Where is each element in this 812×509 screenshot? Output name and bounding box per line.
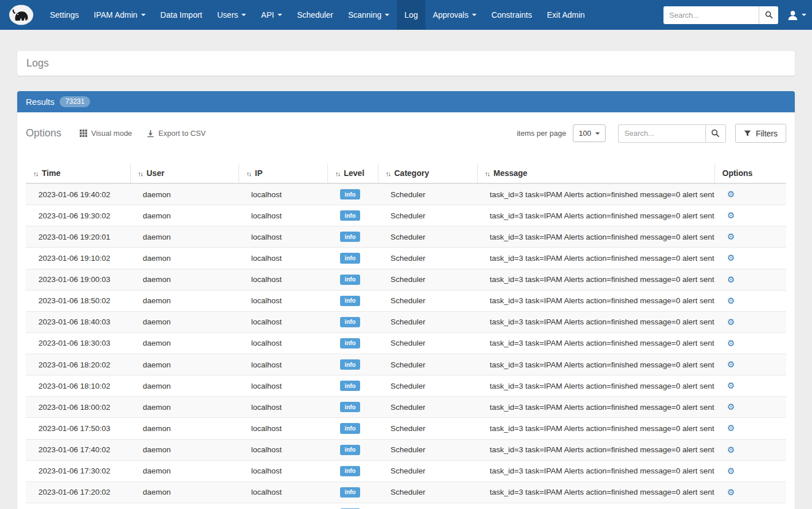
nav-item-label: IPAM Admin [94,10,138,19]
row-options-gear-icon[interactable]: ⚙ [727,445,735,455]
cell-ip: localhost [239,290,327,311]
cell-time: 2023-01-06 18:10:02 [26,375,130,397]
cell-message: task_id=3 task=IPAM Alerts action=finish… [477,290,715,311]
search-icon [711,129,720,138]
table-body: 2023-01-06 19:40:02 daemon localhost inf… [26,183,786,509]
table-row: 2023-01-06 19:40:02 daemon localhost inf… [26,183,786,205]
row-options-gear-icon[interactable]: ⚙ [727,275,735,285]
nav-item-label: Data Import [161,10,202,19]
row-options-gear-icon[interactable]: ⚙ [727,359,735,370]
row-options-gear-icon[interactable]: ⚙ [727,402,735,412]
row-options-gear-icon[interactable]: ⚙ [727,466,735,476]
cell-category: Scheduler [378,418,477,439]
page-title-panel: Logs [17,51,795,76]
table-row: 2023-01-06 18:30:03 daemon localhost inf… [26,332,786,354]
options-bar: Options Visual mode Export to CSV items … [17,112,795,155]
row-options-gear-icon[interactable]: ⚙ [727,381,735,391]
level-badge: info [340,338,360,349]
log-table-wrap: ↑↓Time ↑↓User ↑↓IP ↑↓Level ↑↓Category ↑↓… [17,155,795,509]
row-options-gear-icon[interactable]: ⚙ [727,232,735,242]
grid-icon [80,130,87,137]
cell-user: daemon [130,290,239,311]
sort-icon: ↑↓ [485,170,490,177]
cell-category: Scheduler [378,269,477,290]
nav-item[interactable]: Constraints [484,0,540,30]
cell-message: task_id=3 task=IPAM Alerts action=finish… [477,439,715,460]
filters-button[interactable]: Filters [735,124,786,143]
nav-item[interactable]: Log [397,0,425,30]
level-badge: info [340,466,360,476]
cell-time: 2023-01-06 17:30:02 [26,460,130,481]
table-search-input[interactable] [618,124,705,143]
nav-item[interactable]: IPAM Admin [87,0,153,30]
user-menu[interactable] [787,10,806,21]
level-badge: info [340,402,360,412]
nav-item[interactable]: API [253,0,290,30]
column-label: Message [494,169,528,178]
cell-user: daemon [130,205,239,226]
cell-category: Scheduler [378,248,477,269]
cell-message: task_id=3 task=IPAM Alerts action=finish… [477,248,715,269]
column-header[interactable]: ↑↓IP [239,163,327,183]
app-logo[interactable] [8,3,34,26]
cell-message: task_id=3 task=IPAM Alerts action=finish… [477,226,715,248]
column-header[interactable]: ↑↓Level [327,163,378,183]
caret-down-icon [141,14,146,16]
nav-item[interactable]: Data Import [153,0,210,30]
navbar-search-button[interactable] [759,6,778,24]
row-options-gear-icon[interactable]: ⚙ [727,296,735,306]
table-search-button[interactable] [705,124,726,143]
table-row: 2023-01-06 17:40:02 daemon localhost inf… [26,439,786,460]
nav-item[interactable]: Scanning [341,0,397,30]
nav-item-label: Approvals [433,10,469,19]
cell-ip: localhost [239,226,327,248]
column-header[interactable]: ↑↓Category [378,163,477,183]
cell-category: Scheduler [378,439,477,460]
column-header[interactable]: ↑↓Time [26,163,130,183]
row-options-gear-icon[interactable]: ⚙ [727,423,735,433]
column-header[interactable]: ↑↓Message [477,163,715,183]
export-csv-button[interactable]: Export to CSV [147,129,205,138]
cell-user: daemon [130,439,239,460]
cell-category: Scheduler [378,205,477,226]
level-badge: info [340,232,360,242]
sort-icon: ↑↓ [247,170,251,177]
cell-category: Scheduler [378,397,477,418]
export-csv-label: Export to CSV [158,129,205,138]
user-icon [787,10,798,21]
cell-category: Scheduler [378,503,477,509]
items-per-page-select[interactable]: 100 [573,124,606,142]
results-title: Results [26,97,54,107]
row-options-gear-icon[interactable]: ⚙ [727,317,735,327]
visual-mode-button[interactable]: Visual mode [80,129,132,138]
cell-category: Scheduler [378,375,477,397]
nav-item[interactable]: Exit Admin [540,0,592,30]
download-icon [147,130,154,138]
sort-icon: ↑↓ [386,170,391,177]
nav-item[interactable]: Users [210,0,254,30]
nav-item[interactable]: Settings [42,0,87,30]
level-badge: info [340,381,360,391]
row-options-gear-icon[interactable]: ⚙ [727,338,735,349]
cell-ip: localhost [239,269,327,290]
table-row: 2023-01-06 18:10:02 daemon localhost inf… [26,375,786,397]
column-header[interactable]: ↑↓User [130,163,239,183]
cell-user: daemon [130,418,239,439]
navbar-search-input[interactable] [663,6,759,24]
nav-item[interactable]: Scheduler [290,0,341,30]
cell-message: task_id=3 task=IPAM Alerts action=finish… [477,205,715,226]
results-panel: Results 73231 Options Visual mode Export… [17,91,795,509]
row-options-gear-icon[interactable]: ⚙ [727,189,735,199]
column-label: Category [395,169,430,178]
nav-item[interactable]: Approvals [425,0,484,30]
table-row: 2023-01-06 19:10:02 daemon localhost inf… [26,248,786,269]
search-icon [765,11,773,19]
row-options-gear-icon[interactable]: ⚙ [727,253,735,263]
cell-message: task_id=3 task=IPAM Alerts action=finish… [477,183,715,205]
page-title: Logs [26,57,786,69]
cell-time: 2023-01-06 17:20:02 [26,481,130,503]
nav-item-label: API [261,10,274,19]
row-options-gear-icon[interactable]: ⚙ [727,487,735,498]
level-badge: info [340,423,360,433]
row-options-gear-icon[interactable]: ⚙ [727,210,735,221]
